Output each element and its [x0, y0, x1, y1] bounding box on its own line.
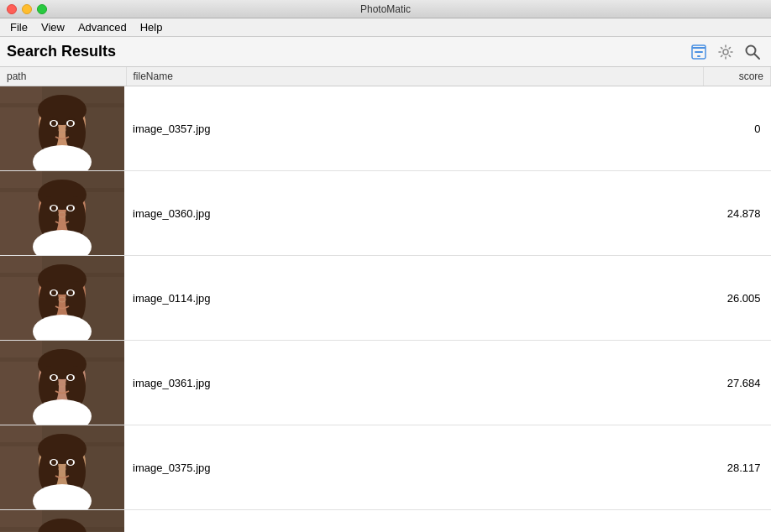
svg-rect-2	[697, 55, 700, 57]
cell-path	[0, 341, 126, 425]
cell-filename: image_0376.jpg	[126, 510, 704, 533]
toolbar	[687, 42, 764, 62]
minimize-button[interactable]	[22, 4, 32, 14]
table-row[interactable]: image_0361.jpg 27.684	[0, 341, 771, 425]
svg-point-44	[59, 297, 66, 302]
table-body: image_0357.jpg 0 image_0360.jpg 24.878	[0, 86, 771, 533]
filter-icon	[690, 43, 708, 61]
menu-help[interactable]: Help	[134, 19, 170, 35]
filter-button[interactable]	[687, 42, 711, 62]
cell-filename: image_0375.jpg	[126, 425, 704, 510]
table-row[interactable]: image_0357.jpg 0	[0, 86, 771, 171]
svg-point-16	[51, 121, 56, 126]
svg-point-18	[59, 128, 66, 133]
svg-point-55	[51, 375, 56, 380]
svg-point-31	[59, 212, 66, 217]
cell-score: 27.684	[704, 341, 771, 425]
svg-point-68	[51, 460, 56, 465]
cell-filename: image_0357.jpg	[126, 86, 704, 171]
cell-score: 28.117	[704, 425, 771, 510]
svg-point-43	[68, 290, 73, 295]
cell-path	[0, 425, 126, 510]
table-row[interactable]: image_0360.jpg 24.878	[0, 171, 771, 256]
cell-score	[704, 510, 771, 533]
col-header-filename: fileName	[126, 67, 704, 86]
close-button[interactable]	[7, 4, 17, 14]
cell-score: 24.878	[704, 171, 771, 256]
cell-filename: image_0361.jpg	[126, 341, 704, 425]
cell-path	[0, 86, 126, 171]
table-row[interactable]: image_0375.jpg 28.117	[0, 425, 771, 510]
settings-button[interactable]	[714, 42, 737, 62]
svg-point-17	[68, 121, 73, 126]
cell-filename: image_0114.jpg	[126, 256, 704, 341]
cell-path	[0, 256, 126, 341]
table-header: path fileName score	[0, 67, 771, 86]
menu-view[interactable]: View	[34, 19, 71, 35]
page-title: Search Results	[7, 43, 116, 60]
col-header-score: score	[704, 67, 771, 86]
svg-point-69	[68, 460, 73, 465]
results-table-container[interactable]: path fileName score	[0, 67, 771, 532]
svg-point-30	[68, 206, 73, 211]
maximize-button[interactable]	[37, 4, 47, 14]
search-icon	[743, 43, 762, 61]
cell-path	[0, 171, 126, 256]
menu-advanced[interactable]: Advanced	[71, 19, 134, 35]
menu-bar: File View Advanced Help	[0, 18, 771, 37]
table-row[interactable]: image_0114.jpg 26.005	[0, 256, 771, 341]
svg-point-42	[51, 290, 56, 295]
results-table: path fileName score	[0, 67, 771, 532]
svg-rect-0	[692, 47, 705, 49]
svg-point-57	[59, 382, 66, 387]
cell-filename: image_0360.jpg	[126, 171, 704, 256]
menu-file[interactable]: File	[3, 19, 34, 35]
search-results-header: Search Results	[0, 37, 771, 67]
cell-score: 26.005	[704, 256, 771, 341]
title-bar: PhotoMatic	[0, 0, 771, 18]
svg-point-70	[59, 467, 66, 472]
cell-score: 0	[704, 86, 771, 171]
search-button[interactable]	[741, 42, 764, 62]
svg-line-6	[755, 54, 760, 59]
window-title: PhotoMatic	[360, 3, 411, 15]
svg-point-29	[51, 206, 56, 211]
table-row[interactable]: image_0376.jpg	[0, 510, 771, 533]
svg-rect-1	[695, 51, 703, 53]
window-controls	[7, 4, 47, 14]
svg-point-56	[68, 375, 73, 380]
svg-point-4	[723, 50, 728, 55]
settings-icon	[716, 43, 735, 61]
cell-path	[0, 510, 126, 533]
col-header-path: path	[0, 67, 126, 86]
